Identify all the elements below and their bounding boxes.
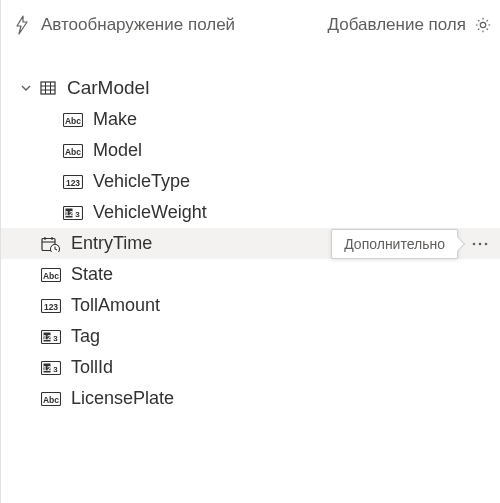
abc-type-icon	[41, 391, 61, 407]
panel-header: Автообнаружение полей Добавление поля	[1, 0, 500, 50]
group-label: CarModel	[67, 77, 149, 99]
abc-type-icon	[41, 267, 61, 283]
gear-icon[interactable]	[474, 16, 492, 34]
numkey-type-icon	[63, 205, 83, 221]
numkey-type-icon	[41, 329, 61, 345]
autodetect-fields-button[interactable]: Автообнаружение полей	[41, 15, 235, 35]
chevron-down-icon[interactable]	[19, 81, 33, 95]
table-icon	[39, 79, 57, 97]
field-row[interactable]: VehicleWeight	[1, 197, 500, 228]
num-type-icon	[63, 174, 83, 190]
field-row[interactable]: State	[1, 259, 500, 290]
field-tree: CarModel MakeModelVehicleTypeVehicleWeig…	[1, 50, 500, 414]
field-row[interactable]: Make	[1, 104, 500, 135]
more-options-tooltip: Дополнительно	[331, 229, 458, 259]
numkey-type-icon	[41, 360, 61, 376]
field-row[interactable]: Tag	[1, 321, 500, 352]
abc-type-icon	[63, 143, 83, 159]
field-row[interactable]: EntryTimeДополнительно	[1, 228, 500, 259]
field-label: TollId	[71, 357, 113, 378]
field-label: TollAmount	[71, 295, 160, 316]
field-row[interactable]: VehicleType	[1, 166, 500, 197]
field-row[interactable]: TollAmount	[1, 290, 500, 321]
field-label: Tag	[71, 326, 100, 347]
field-label: VehicleType	[93, 171, 190, 192]
abc-type-icon	[63, 112, 83, 128]
field-row[interactable]: TollId	[1, 352, 500, 383]
datetime-type-icon	[41, 236, 61, 252]
field-label: LicensePlate	[71, 388, 174, 409]
field-label: Make	[93, 109, 137, 130]
fields-panel: Автообнаружение полей Добавление поля Ca…	[0, 0, 500, 503]
lightning-icon	[13, 16, 31, 34]
field-row[interactable]: LicensePlate	[1, 383, 500, 414]
group-row-carmodel[interactable]: CarModel	[1, 72, 500, 104]
field-label: State	[71, 264, 113, 285]
field-label: EntryTime	[71, 233, 152, 254]
add-field-button[interactable]: Добавление поля	[328, 15, 466, 35]
more-options-icon[interactable]	[468, 232, 492, 256]
field-label: Model	[93, 140, 142, 161]
num-type-icon	[41, 298, 61, 314]
field-row[interactable]: Model	[1, 135, 500, 166]
field-label: VehicleWeight	[93, 202, 207, 223]
